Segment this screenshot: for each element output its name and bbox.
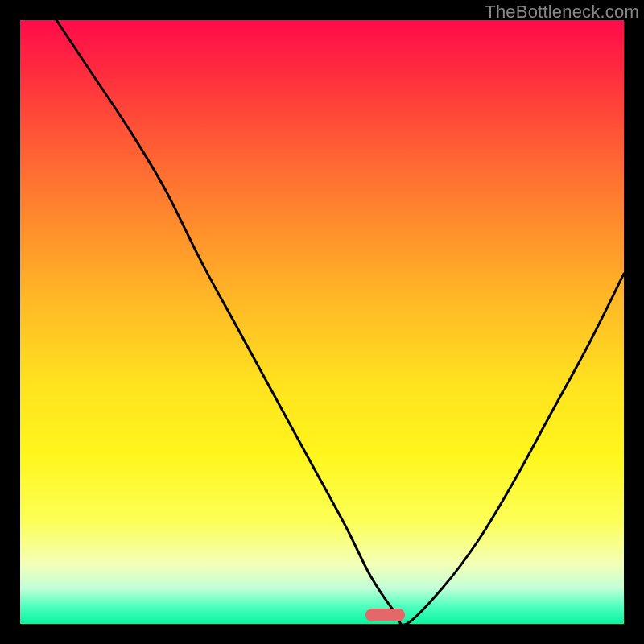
chart-frame: TheBottleneck.com <box>0 0 644 644</box>
watermark-text: TheBottleneck.com <box>485 2 639 23</box>
plot-area <box>20 20 624 624</box>
bottleneck-curve <box>20 20 624 624</box>
optimal-marker <box>365 609 405 622</box>
